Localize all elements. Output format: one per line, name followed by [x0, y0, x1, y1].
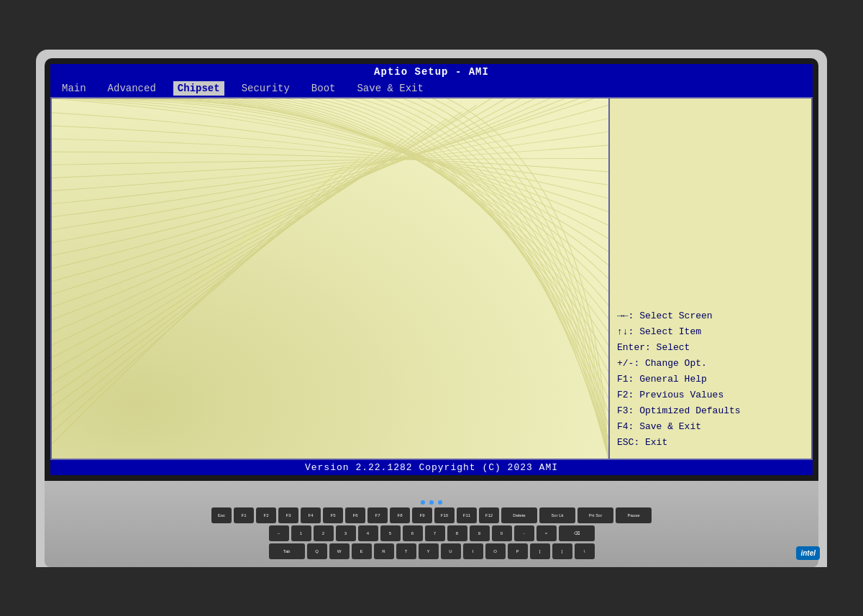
key-6[interactable]: 6	[403, 525, 423, 541]
help-line-6: F2: Previous Values	[617, 387, 804, 403]
help-line-5: F1: General Help	[617, 372, 804, 387]
key-scrlk[interactable]: Scr Lk	[539, 507, 575, 523]
help-line-2: ↑↓: Select Item	[617, 324, 804, 340]
key-f2[interactable]: F2	[256, 507, 276, 523]
key-p[interactable]: P	[508, 543, 528, 559]
key-f3[interactable]: F3	[278, 507, 298, 523]
help-line-8: F4: Save & Exit	[617, 419, 804, 435]
key-delete[interactable]: Delete	[501, 507, 537, 523]
bios-title: Aptio Setup - AMI	[50, 64, 813, 80]
menu-save-exit[interactable]: Save & Exit	[352, 81, 427, 96]
key-1[interactable]: 1	[291, 525, 311, 541]
bios-footer-text: Version 2.22.1282 Copyright (C) 2023 AMI	[305, 462, 558, 473]
key-f8[interactable]: F8	[390, 507, 410, 523]
keyboard-row-fn: Esc F1 F2 F3 F4 F5 F6 F7 F8 F9 F10 F11 F…	[211, 507, 652, 523]
key-7[interactable]: 7	[425, 525, 445, 541]
help-line-1: →←: Select Screen	[617, 308, 804, 324]
key-f1[interactable]: F1	[234, 507, 254, 523]
menu-chipset[interactable]: Chipset	[173, 81, 224, 96]
keyboard-area: Esc F1 F2 F3 F4 F5 F6 F7 F8 F9 F10 F11 F…	[45, 481, 818, 567]
key-tilde[interactable]: ~	[269, 525, 289, 541]
menu-main[interactable]: Main	[58, 81, 91, 96]
key-backslash[interactable]: \	[575, 543, 595, 559]
key-4[interactable]: 4	[358, 525, 378, 541]
key-rbracket[interactable]: ]	[552, 543, 572, 559]
key-i[interactable]: I	[463, 543, 483, 559]
keyboard-row-qwerty: Tab Q W E R T Y U I O P [ ] \	[269, 543, 595, 559]
key-f5[interactable]: F5	[323, 507, 343, 523]
help-line-7: F3: Optimized Defaults	[617, 403, 804, 419]
key-9[interactable]: 9	[470, 525, 490, 541]
bios-screen: Aptio Setup - AMI Main Advanced Chipset …	[50, 64, 813, 475]
key-y[interactable]: Y	[419, 543, 439, 559]
key-equals[interactable]: =	[536, 525, 557, 541]
laptop-body: Aptio Setup - AMI Main Advanced Chipset …	[36, 50, 827, 567]
key-prtscr[interactable]: Prt Scr	[577, 507, 613, 523]
key-f4[interactable]: F4	[301, 507, 321, 523]
key-esc[interactable]: Esc	[211, 507, 232, 523]
bios-content-area: →←: Select Screen ↑↓: Select Item Enter:…	[50, 97, 813, 460]
help-line-9: ESC: Exit	[617, 435, 804, 451]
intel-text: intel	[800, 549, 816, 557]
help-section: →←: Select Screen ↑↓: Select Item Enter:…	[617, 301, 804, 451]
key-r[interactable]: R	[374, 543, 394, 559]
key-pause[interactable]: Pause	[616, 507, 652, 523]
key-f10[interactable]: F10	[434, 507, 455, 523]
key-3[interactable]: 3	[336, 525, 356, 541]
indicator-lights	[421, 500, 442, 505]
light-2	[429, 500, 434, 505]
key-q[interactable]: Q	[307, 543, 327, 559]
key-e[interactable]: E	[352, 543, 372, 559]
menu-boot[interactable]: Boot	[307, 81, 340, 96]
key-8[interactable]: 8	[447, 525, 467, 541]
key-0[interactable]: 0	[492, 525, 512, 541]
right-panel: →←: Select Screen ↑↓: Select Item Enter:…	[610, 98, 811, 459]
help-line-3: Enter: Select	[617, 340, 804, 356]
key-minus[interactable]: -	[514, 525, 534, 541]
light-1	[421, 500, 425, 505]
menu-security[interactable]: Security	[237, 81, 294, 96]
key-2[interactable]: 2	[314, 525, 334, 541]
key-f12[interactable]: F12	[479, 507, 499, 523]
key-f9[interactable]: F9	[412, 507, 432, 523]
key-w[interactable]: W	[329, 543, 350, 559]
key-u[interactable]: U	[441, 543, 461, 559]
key-5[interactable]: 5	[380, 525, 401, 541]
menu-bar: Main Advanced Chipset Security Boot Save…	[50, 80, 813, 97]
key-lbracket[interactable]: [	[530, 543, 550, 559]
key-t[interactable]: T	[396, 543, 416, 559]
bios-title-text: Aptio Setup - AMI	[374, 66, 489, 78]
menu-advanced[interactable]: Advanced	[104, 81, 160, 96]
wave-pattern	[52, 98, 608, 459]
help-text: →←: Select Screen ↑↓: Select Item Enter:…	[617, 308, 804, 451]
key-f11[interactable]: F11	[457, 507, 477, 523]
key-f6[interactable]: F6	[345, 507, 365, 523]
key-tab[interactable]: Tab	[269, 543, 305, 559]
light-3	[438, 500, 442, 505]
help-line-4: +/-: Change Opt.	[617, 356, 804, 372]
key-o[interactable]: O	[485, 543, 506, 559]
left-panel	[52, 98, 610, 459]
bios-footer: Version 2.22.1282 Copyright (C) 2023 AMI	[50, 460, 813, 475]
keyboard-row-num: ~ 1 2 3 4 5 6 7 8 9 0 - = ⌫	[269, 525, 595, 541]
intel-badge: intel	[796, 546, 820, 560]
key-backspace[interactable]: ⌫	[559, 525, 595, 541]
screen-bezel: Aptio Setup - AMI Main Advanced Chipset …	[45, 58, 818, 481]
key-f7[interactable]: F7	[367, 507, 388, 523]
